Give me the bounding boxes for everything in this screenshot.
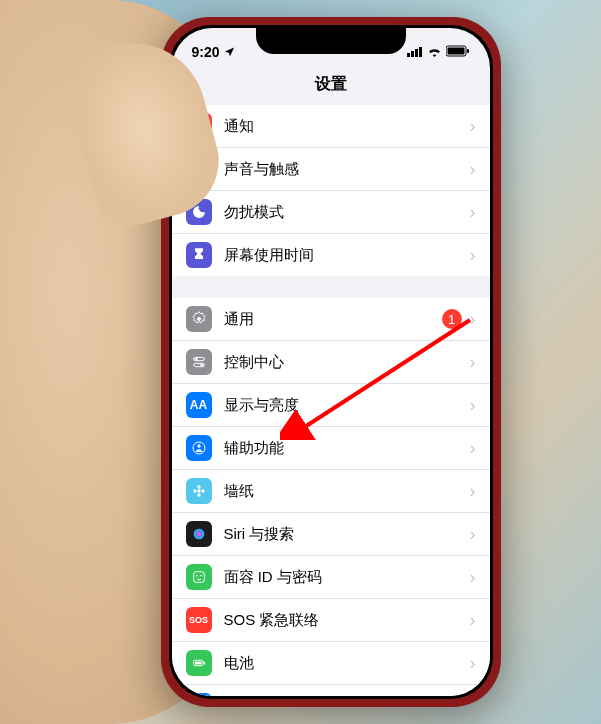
svg-rect-6 — [467, 49, 469, 53]
svg-point-20 — [201, 489, 204, 492]
battery-icon — [186, 650, 212, 676]
svg-point-11 — [195, 358, 198, 361]
sos-icon: SOS — [186, 607, 212, 633]
settings-group1: 通知›声音与触感›勿扰模式›屏幕使用时间› — [172, 105, 490, 276]
svg-rect-26 — [195, 662, 202, 665]
chevron-right-icon: › — [470, 696, 476, 697]
phone-frame: 9:20 设置 — [161, 17, 501, 707]
row-label: 面容 ID 与密码 — [224, 568, 470, 587]
row-label: 声音与触感 — [224, 160, 470, 179]
svg-rect-3 — [419, 47, 422, 57]
svg-point-9 — [197, 317, 201, 321]
svg-rect-1 — [411, 51, 414, 57]
chevron-right-icon: › — [470, 653, 476, 674]
location-icon — [224, 46, 235, 59]
wallpaper-icon — [186, 478, 212, 504]
chevron-right-icon: › — [470, 245, 476, 266]
row-label: 通知 — [224, 117, 470, 136]
settings-row-battery[interactable]: 电池› — [172, 642, 490, 685]
svg-rect-5 — [447, 48, 464, 55]
wifi-icon — [427, 44, 442, 60]
chevron-right-icon: › — [470, 524, 476, 545]
row-label: 电池 — [224, 654, 470, 673]
settings-row-accessibility[interactable]: 辅助功能› — [172, 427, 490, 470]
phone-screen: 9:20 设置 — [172, 28, 490, 696]
svg-rect-27 — [203, 662, 204, 665]
row-label: 墙纸 — [224, 482, 470, 501]
battery-icon — [446, 44, 470, 60]
svg-point-19 — [193, 489, 196, 492]
group-separator — [172, 276, 490, 298]
row-label: Siri 与搜索 — [224, 525, 470, 544]
notch — [256, 28, 406, 54]
chevron-right-icon: › — [470, 610, 476, 631]
row-label: 勿扰模式 — [224, 203, 470, 222]
svg-point-21 — [193, 529, 204, 540]
faceid-icon — [186, 564, 212, 590]
svg-rect-22 — [193, 572, 204, 583]
privacy-icon — [186, 693, 212, 696]
row-label: 控制中心 — [224, 353, 470, 372]
settings-row-sos[interactable]: SOSSOS 紧急联络› — [172, 599, 490, 642]
row-label: 显示与亮度 — [224, 396, 470, 415]
chevron-right-icon: › — [470, 202, 476, 223]
status-time: 9:20 — [192, 44, 220, 60]
row-label: 辅助功能 — [224, 439, 470, 458]
chevron-right-icon: › — [470, 309, 476, 330]
settings-row-display[interactable]: AA显示与亮度› — [172, 384, 490, 427]
row-label: SOS 紧急联络 — [224, 611, 470, 630]
svg-point-17 — [197, 485, 200, 488]
chevron-right-icon: › — [470, 159, 476, 180]
settings-row-faceid[interactable]: 面容 ID 与密码› — [172, 556, 490, 599]
svg-rect-2 — [415, 49, 418, 57]
control-center-icon — [186, 349, 212, 375]
settings-row-control-center[interactable]: 控制中心› — [172, 341, 490, 384]
row-label: 通用 — [224, 310, 442, 329]
siri-icon — [186, 521, 212, 547]
accessibility-icon — [186, 435, 212, 461]
screentime-icon — [186, 242, 212, 268]
svg-point-13 — [200, 364, 203, 367]
settings-row-privacy[interactable]: 隐私› — [172, 685, 490, 696]
settings-row-screentime[interactable]: 屏幕使用时间› — [172, 234, 490, 276]
chevron-right-icon: › — [470, 352, 476, 373]
svg-point-23 — [196, 575, 198, 577]
chevron-right-icon: › — [470, 116, 476, 137]
settings-row-wallpaper[interactable]: 墙纸› — [172, 470, 490, 513]
settings-row-siri[interactable]: Siri 与搜索› — [172, 513, 490, 556]
notification-badge: 1 — [442, 309, 462, 329]
svg-point-18 — [197, 493, 200, 496]
general-icon — [186, 306, 212, 332]
settings-row-notifications[interactable]: 通知› — [172, 105, 490, 148]
settings-group2: 通用1›控制中心›AA显示与亮度›辅助功能›墙纸›Siri 与搜索›面容 ID … — [172, 298, 490, 696]
chevron-right-icon: › — [470, 395, 476, 416]
svg-point-16 — [197, 489, 200, 492]
row-label: 屏幕使用时间 — [224, 246, 470, 265]
chevron-right-icon: › — [470, 438, 476, 459]
settings-row-sounds[interactable]: 声音与触感› — [172, 148, 490, 191]
display-icon: AA — [186, 392, 212, 418]
settings-row-general[interactable]: 通用1› — [172, 298, 490, 341]
chevron-right-icon: › — [470, 481, 476, 502]
svg-rect-0 — [407, 53, 410, 57]
chevron-right-icon: › — [470, 567, 476, 588]
settings-row-dnd[interactable]: 勿扰模式› — [172, 191, 490, 234]
signal-icon — [407, 44, 423, 60]
svg-point-14 — [193, 442, 205, 454]
svg-point-24 — [200, 575, 202, 577]
svg-point-15 — [197, 444, 200, 447]
page-title: 设置 — [172, 68, 490, 105]
